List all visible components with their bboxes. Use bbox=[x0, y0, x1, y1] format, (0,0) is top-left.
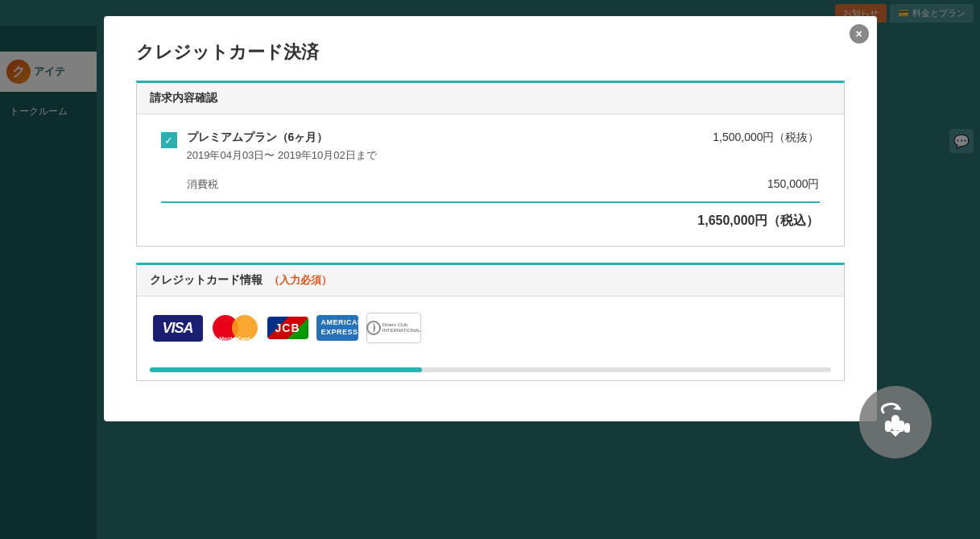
down-arrow bbox=[890, 431, 901, 437]
finger2 bbox=[898, 421, 904, 432]
modal-dialog: × クレジットカード決済 請求内容確認 プレミアムプラン（6ヶ月） 2019年0… bbox=[104, 16, 877, 421]
diners-text-line1: Diners Club bbox=[382, 322, 421, 328]
scroll-hint-button[interactable] bbox=[859, 386, 932, 458]
billing-divider bbox=[161, 201, 820, 203]
billing-period: 2019年04月03日〜 2019年10月02日まで bbox=[187, 148, 659, 163]
billing-section-body: プレミアムプラン（6ヶ月） 2019年04月03日〜 2019年10月02日まで… bbox=[137, 114, 844, 246]
visa-card-logo: VISA bbox=[153, 315, 203, 342]
amex-text-line2: EXPRESS bbox=[321, 328, 354, 338]
billing-total-amount: 1,650,000円（税込） bbox=[697, 213, 819, 230]
progress-bar-container bbox=[150, 367, 831, 372]
billing-tax-label: 消費税 bbox=[161, 177, 218, 192]
finger1 bbox=[885, 421, 891, 432]
billing-section-header: 請求内容確認 bbox=[137, 83, 844, 114]
diners-text: Diners Club INTERNATIONAL bbox=[382, 322, 421, 334]
diners-circle-icon bbox=[366, 321, 381, 335]
billing-plan-name: プレミアムプラン（6ヶ月） bbox=[187, 131, 659, 145]
billing-section: 請求内容確認 プレミアムプラン（6ヶ月） 2019年04月03日〜 2019年1… bbox=[136, 81, 845, 247]
cc-section-title: クレジットカード情報 bbox=[150, 273, 263, 288]
diners-circle-inner bbox=[370, 323, 375, 333]
mc-text: MasterCard bbox=[219, 336, 250, 342]
finger3 bbox=[904, 423, 910, 433]
mastercard-logo: MasterCard bbox=[211, 313, 259, 343]
scroll-hint-svg bbox=[875, 400, 916, 445]
billing-tax-amount: 150,000円 bbox=[659, 177, 820, 192]
billing-plan-row: プレミアムプラン（6ヶ月） 2019年04月03日〜 2019年10月02日まで… bbox=[161, 131, 820, 163]
diners-logo: Diners Club INTERNATIONAL bbox=[366, 313, 421, 343]
billing-desc: プレミアムプラン（6ヶ月） 2019年04月03日〜 2019年10月02日まで bbox=[187, 131, 659, 163]
progress-bar bbox=[150, 367, 422, 372]
cc-logos: VISA MasterCard JCB AMERICAN EXPRESS bbox=[137, 296, 844, 359]
billing-amount: 1,500,000円（税抜） bbox=[659, 131, 820, 145]
cc-required-label: （入力必須） bbox=[269, 273, 332, 288]
diners-inner: Diners Club INTERNATIONAL bbox=[366, 321, 421, 335]
cc-section: クレジットカード情報 （入力必須） VISA MasterCard JCB AM… bbox=[136, 263, 845, 381]
amex-text-line1: AMERICAN bbox=[321, 318, 354, 328]
amex-logo: AMERICAN EXPRESS bbox=[316, 315, 358, 340]
scroll-hint-icon bbox=[875, 400, 916, 445]
billing-checkbox bbox=[161, 132, 177, 148]
billing-total-row: 1,650,000円（税込） bbox=[161, 213, 820, 230]
diners-text-line2: INTERNATIONAL bbox=[382, 328, 421, 334]
modal-title: クレジットカード決済 bbox=[136, 40, 845, 64]
jcb-logo: JCB bbox=[267, 317, 308, 339]
modal-overlay: × クレジットカード決済 請求内容確認 プレミアムプラン（6ヶ月） 2019年0… bbox=[0, 0, 980, 539]
modal-close-button[interactable]: × bbox=[850, 24, 869, 44]
billing-tax-row: 消費税 150,000円 bbox=[161, 171, 820, 192]
cc-section-header: クレジットカード情報 （入力必須） bbox=[137, 265, 844, 296]
